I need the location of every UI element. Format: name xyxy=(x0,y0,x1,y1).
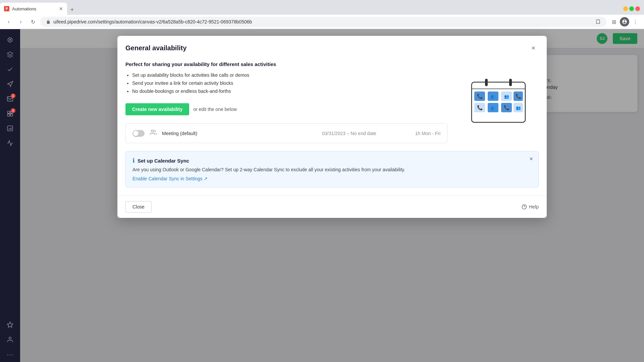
svg-rect-6 xyxy=(10,114,13,116)
incognito-avatar xyxy=(620,17,629,26)
svg-point-9 xyxy=(9,337,11,340)
extensions-button[interactable]: ⊞ xyxy=(609,17,619,26)
svg-point-1 xyxy=(9,39,11,41)
refresh-button[interactable]: ↻ xyxy=(28,17,38,26)
window-close[interactable] xyxy=(635,6,640,11)
address-bar[interactable]: uifeed.pipedrive.com/settings/automation… xyxy=(40,17,606,27)
modal-header: General availability × xyxy=(117,36,547,53)
tab-favicon: P xyxy=(4,6,9,11)
info-close-button[interactable]: × xyxy=(529,156,533,163)
svg-point-10 xyxy=(151,130,154,132)
feature-item-1: Set up availability blocks for activitie… xyxy=(132,72,447,78)
feature-list: Set up availability blocks for activitie… xyxy=(125,72,447,94)
sidebar-item-activities[interactable] xyxy=(3,63,17,76)
availability-toggle[interactable] xyxy=(132,130,145,137)
meeting-date: 03/31/2023 – No end date xyxy=(288,131,410,136)
sidebar: 2 2 ··· xyxy=(0,29,20,362)
calendar-sync-link[interactable]: Enable Calendar Sync in Settings ↗ xyxy=(132,176,208,181)
tab-close-button[interactable]: ✕ xyxy=(59,6,63,11)
svg-text:📞: 📞 xyxy=(516,94,522,99)
modal-subtitle: Perfect for sharing your availability fo… xyxy=(125,61,447,67)
help-text: Help xyxy=(529,204,539,209)
help-icon xyxy=(522,204,527,209)
feature-item-2: Send your invitee a link for certain act… xyxy=(132,80,447,86)
meeting-name: Meeting (default) xyxy=(162,131,283,136)
sidebar-more-button[interactable]: ··· xyxy=(3,348,17,361)
svg-marker-8 xyxy=(7,322,13,327)
svg-rect-3 xyxy=(8,111,10,114)
svg-text:👥: 👥 xyxy=(504,94,509,99)
modal-overlay: General availability × Perfect for shari… xyxy=(20,29,644,362)
browser-tab[interactable]: P Automations ✕ xyxy=(0,3,67,15)
sidebar-item-marketing[interactable] xyxy=(3,77,17,91)
svg-text:👥: 👥 xyxy=(516,105,521,110)
modal-left-panel: Perfect for sharing your availability fo… xyxy=(125,61,447,143)
close-button[interactable]: Close xyxy=(125,201,152,213)
meeting-schedule: 1h Mon - Fri xyxy=(415,131,440,136)
lock-icon xyxy=(46,19,51,24)
meeting-icon xyxy=(150,129,157,137)
create-availability-button[interactable]: Create new availability xyxy=(125,103,189,115)
modal-close-button[interactable]: × xyxy=(528,43,539,53)
window-maximize[interactable] xyxy=(629,6,634,11)
modal-footer: Close Help xyxy=(117,195,547,218)
svg-text:👥: 👥 xyxy=(491,94,496,99)
calendar-illustration: 📞 👥 👥 📞 📞 👥 📞 👥 xyxy=(458,61,539,143)
sidebar-item-insights[interactable] xyxy=(3,136,17,150)
help-link[interactable]: Help xyxy=(522,204,539,209)
forward-button[interactable]: › xyxy=(16,17,25,26)
info-title: Set up Calendar Sync xyxy=(138,158,189,164)
projects-badge: 2 xyxy=(11,108,15,113)
calendar-sync-info: × ℹ Set up Calendar Sync Are you using O… xyxy=(125,151,539,187)
svg-text:📞: 📞 xyxy=(504,105,510,111)
toggle-knob xyxy=(133,131,139,136)
info-icon: ℹ xyxy=(132,157,135,164)
modal: General availability × Perfect for shari… xyxy=(117,36,547,218)
back-button[interactable]: ‹ xyxy=(4,17,13,26)
info-desc: Are you using Outlook or Google Calendar… xyxy=(132,167,532,172)
svg-rect-11 xyxy=(472,82,525,122)
url-text: uifeed.pipedrive.com/settings/automation… xyxy=(53,19,593,24)
svg-rect-5 xyxy=(8,114,10,116)
sidebar-item-automations[interactable] xyxy=(3,318,17,331)
window-minimize[interactable] xyxy=(623,6,628,11)
svg-rect-12 xyxy=(485,79,488,86)
sidebar-item-contacts[interactable] xyxy=(3,333,17,346)
menu-button[interactable]: ⋮ xyxy=(631,17,640,26)
main-content: SJ Save Type: Call Due date: Next Monday… xyxy=(20,29,644,362)
svg-text:👥: 👥 xyxy=(491,105,496,110)
tab-title: Automations xyxy=(12,6,56,11)
sidebar-item-deals[interactable] xyxy=(3,48,17,61)
svg-text:📞: 📞 xyxy=(477,105,483,111)
sidebar-item-projects[interactable]: 2 xyxy=(3,107,17,120)
modal-actions: Create new availability or edit the one … xyxy=(125,103,447,115)
sidebar-item-reports[interactable] xyxy=(3,122,17,135)
sidebar-item-mail[interactable]: 2 xyxy=(3,92,17,106)
sidebar-item-home[interactable] xyxy=(3,33,17,47)
info-header: ℹ Set up Calendar Sync xyxy=(132,157,532,164)
svg-rect-13 xyxy=(509,79,512,86)
mail-badge: 2 xyxy=(11,94,15,98)
modal-body: Perfect for sharing your availability fo… xyxy=(117,53,547,151)
modal-title: General availability xyxy=(125,44,186,52)
feature-item-3: No double-bookings or endless back-and-f… xyxy=(132,88,447,94)
bookmark-icon[interactable] xyxy=(595,19,601,24)
new-tab-button[interactable]: + xyxy=(67,5,77,15)
edit-text: or edit the one below xyxy=(193,107,237,112)
availability-row: Meeting (default) 03/31/2023 – No end da… xyxy=(125,123,447,143)
svg-text:📞: 📞 xyxy=(477,94,483,99)
